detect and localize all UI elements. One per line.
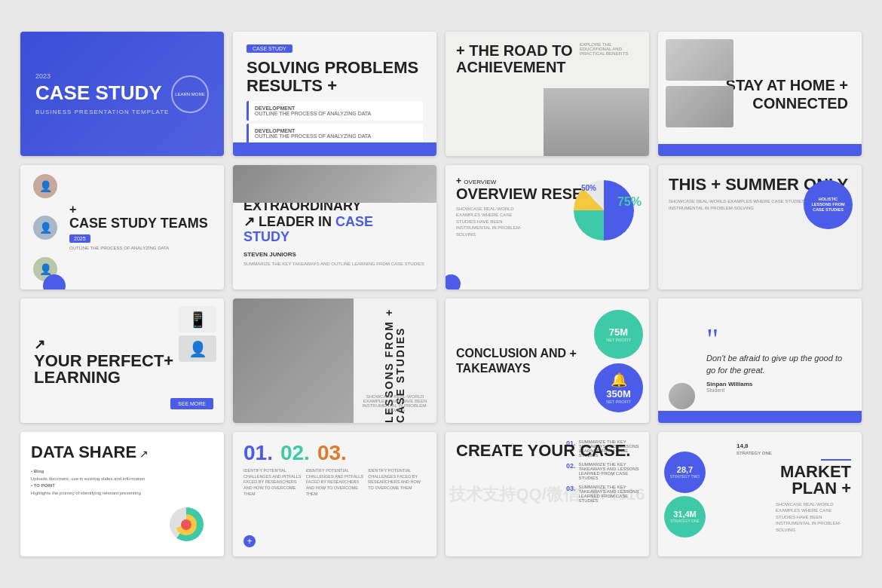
plus-button[interactable]: +	[243, 535, 256, 547]
phone-icon-1: 📱	[179, 306, 216, 332]
metric-2-label: NET PROFIT	[606, 400, 631, 404]
pie-label-50: 50%	[581, 184, 596, 192]
numbers-row: 01. 02. 03.	[243, 443, 426, 464]
slide-lessons[interactable]: LESSONS FROM + CASE STUDIES SHOWCASE REA…	[233, 299, 436, 423]
main-title: MARKET PLAN +	[737, 464, 851, 497]
case-blue-text: CASESTUDY	[243, 214, 373, 245]
tag-label: CASE STUDY	[247, 44, 292, 53]
dev-block-1: DEVELOPMENT OUTLINE THE PROCESS OF ANALY…	[247, 101, 423, 121]
phone-stack: 📱 👤	[179, 306, 216, 362]
target-chart	[170, 507, 204, 541]
metric-blue: 28,7 STRATEGY TWO	[664, 452, 706, 493]
number-1: 01.	[243, 443, 273, 464]
main-title: CREATE YOUR CASE.	[456, 443, 639, 459]
step-3-num: 03.	[566, 485, 576, 492]
content-area: + CASE STUDY TEAMS 2025 OUTLINE THE PROC…	[69, 203, 213, 252]
slide-case-study-blue[interactable]: 2023 CASE STUDY BUSINESS PRESENTATION TE…	[20, 32, 224, 156]
step-3: 03. SUMMARIZE THE KEY TAKEAWAYS AND LESS…	[566, 485, 642, 503]
slide-extraordinary-leader[interactable]: EXTRAORDINARY ↗ LEADER IN CASESTUDY STEV…	[233, 165, 436, 289]
main-title: EXTRAORDINARY ↗ LEADER IN CASESTUDY	[243, 198, 426, 245]
description: SHOWCASE REAL-WORLD EXAMPLES THAT HAVE B…	[354, 394, 436, 412]
quote-text: Don't be afraid to give up the good to g…	[706, 353, 851, 376]
description: OUTLINE THE PROCESS OF ANALYZING DATA	[69, 246, 213, 252]
number-3: 03.	[317, 443, 347, 464]
number-2: 02.	[280, 443, 310, 464]
slide-case-study-teams[interactable]: 👤 👤 👤 + CASE STUDY TEAMS 2025 OUTLINE TH…	[20, 165, 224, 289]
target-inner	[176, 514, 197, 535]
blue-circle-badge: HOLISTIC LESSONS FROM CASE STUDIES	[804, 180, 853, 229]
author-name: Sinpan Williams	[706, 381, 851, 387]
arrow-icon: ↗	[139, 448, 149, 460]
small-number: 14,8 STRATEGY ONE	[737, 443, 851, 456]
metric-green: 31,4M STRATEGY ONE	[664, 496, 706, 537]
top-image	[233, 165, 436, 203]
slide-overview-research[interactable]: + OVERVIEW OVERVIEW RESEARCH SHOWCASE RE…	[446, 165, 649, 289]
mid-image	[666, 86, 733, 127]
slide-summer-only[interactable]: THIS + SUMMER ONLY SHOWCASE REAL-WORLD E…	[658, 165, 862, 289]
dev-block-2: DEVELOPMENT OUTLINE THE PROCESS OF ANALY…	[247, 124, 423, 143]
bottom-bar	[658, 411, 862, 423]
main-title: DATA SHARE	[31, 443, 136, 462]
slide-grid: 2023 CASE STUDY BUSINESS PRESENTATION TE…	[5, 17, 877, 571]
slide-data-share[interactable]: DATA SHARE ↗ • Blog Uploads document, us…	[20, 432, 224, 556]
metric-blue-label: STRATEGY TWO	[670, 474, 700, 479]
main-title: CASE STUDY TEAMS	[69, 216, 213, 230]
slide-perfect-learning[interactable]: 📱 👤 ↗ YOUR PERFECT+ LEARNING SEE MORE	[20, 299, 224, 423]
desc-col-2: IDENTIFY POTENTIAL CHALLENGES AND PITFAL…	[306, 468, 364, 497]
author-avatar	[669, 383, 695, 409]
quote-mark: "	[706, 329, 851, 350]
profile-1: 👤	[33, 174, 57, 198]
top-image	[666, 39, 733, 81]
circle-text-3: CASE STUDIES	[813, 207, 844, 213]
slide-road-achievement[interactable]: + THE ROAD TO ACHIEVEMENT EXPLORE THE ED…	[446, 32, 649, 156]
bell-icon: 🔔	[611, 372, 627, 388]
metric-1-value: 75M	[609, 326, 628, 338]
metrics-area: 75M NET PROFIT 🔔 350M NET PROFIT	[594, 310, 643, 412]
step-2-text: SUMMARIZE THE KEY TAKEAWAYS AND LESSONS …	[579, 462, 642, 480]
profile-list: 👤 👤 👤	[26, 165, 64, 289]
metric-green-value: 31,4M	[673, 510, 697, 519]
circle-text-2: LESSONS FROM	[811, 202, 844, 207]
slide-quote[interactable]: " Don't be afraid to give up the good to…	[658, 299, 862, 423]
list-item-3: • TO POINT	[31, 482, 213, 490]
step-2-num: 02.	[566, 462, 576, 470]
desc-col-3: IDENTIFY POTENTIAL CHALLENGES FACED BY R…	[368, 468, 426, 497]
slide-create-case[interactable]: 技术支持QQ/微信: 674316 CREATE YOUR CASE. 01. …	[446, 432, 649, 556]
slide-conclusion[interactable]: CONCLUSION AND + TAKEAWAYS 75M NET PROFI…	[446, 299, 649, 423]
list-item-4: Highlights the journey of identifying re…	[31, 490, 213, 498]
metric-350m: 🔔 350M NET PROFIT	[594, 363, 643, 412]
pie-label-75: 75%	[617, 195, 642, 209]
metric-2-value: 350M	[606, 388, 631, 400]
metric-blue-value: 28,7	[677, 465, 693, 474]
slide-steps[interactable]: 01. 02. 03. IDENTIFY POTENTIAL CHALLENGE…	[233, 432, 436, 556]
background-image	[233, 299, 354, 423]
metrics-area: 28,7 STRATEGY TWO 31,4M STRATEGY ONE	[664, 452, 706, 537]
target-core	[181, 519, 191, 530]
author-role: Student	[706, 387, 851, 393]
description: SHOWCASE REAL-WORLD EXAMPLES WHERE CASE …	[776, 501, 851, 533]
slide-solving-problems[interactable]: CASE STUDY SOLVING PROBLEMS RESULTS + DE…	[233, 32, 436, 156]
circle-text-1: HOLISTIC	[819, 197, 838, 202]
desc-col-1: IDENTIFY POTENTIAL CHALLENGES AND PITFAL…	[243, 468, 302, 497]
plus-symbol: +	[69, 203, 213, 216]
chart-area	[156, 500, 216, 541]
author-name: STEVEN JUNIORS	[243, 251, 426, 258]
see-more-button[interactable]: SEE MORE	[170, 398, 213, 409]
description-columns: IDENTIFY POTENTIAL CHALLENGES AND PITFAL…	[243, 468, 426, 497]
slide-market-plan[interactable]: 28,7 STRATEGY TWO 31,4M STRATEGY ONE 14,…	[658, 432, 862, 556]
step-3-text: SUMMARIZE THE KEY TAKEAWAYS AND LESSONS …	[579, 485, 642, 503]
side-text: EXPLORE THE EDUCATIONAL AND PRACTICAL BE…	[580, 42, 640, 56]
bottom-bar	[658, 144, 862, 156]
list-item-2: Uploads document, use in existing slides…	[31, 476, 213, 483]
bottom-bar	[233, 142, 436, 156]
pie-chart: 50% 75%	[574, 180, 642, 248]
metric-75m: 75M NET PROFIT	[594, 310, 643, 359]
description: SHOWCASE REAL-WORLD EXAMPLES WHERE CASE …	[456, 206, 531, 237]
underline-decoration	[821, 459, 851, 461]
profile-2: 👤	[33, 216, 57, 240]
metric-green-label: STRATEGY ONE	[670, 519, 700, 523]
circle-badge: LEARN MORE	[171, 75, 209, 113]
item-list: • Blog Uploads document, use in existing…	[31, 468, 213, 497]
step-2: 02. SUMMARIZE THE KEY TAKEAWAYS AND LESS…	[566, 462, 642, 480]
slide-stay-home[interactable]: STAY AT HOME + CONNECTED	[658, 32, 862, 156]
